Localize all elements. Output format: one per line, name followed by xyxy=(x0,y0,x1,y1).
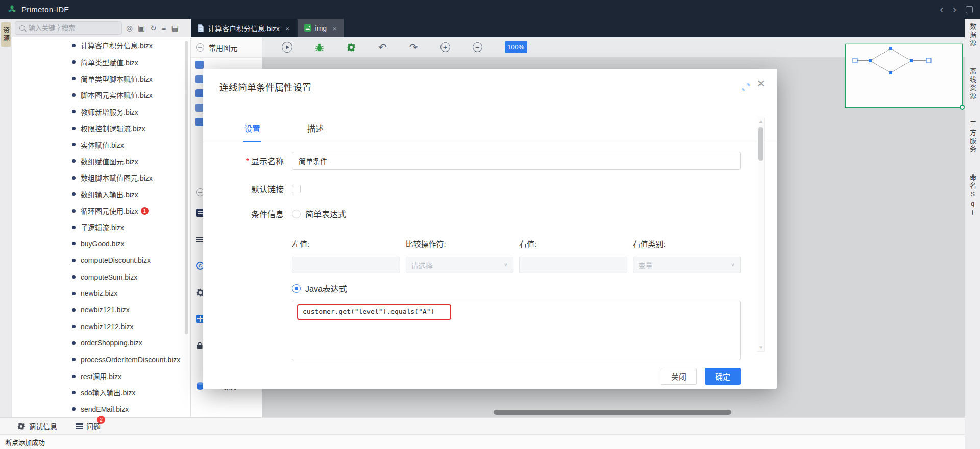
minimap-resize-handle[interactable] xyxy=(960,105,965,110)
tree-item[interactable]: 数组脚本赋值图元.bizx xyxy=(12,169,190,186)
tree-item[interactable]: sendEMail.bizx xyxy=(12,401,190,417)
file-tree: 计算客户积分信息.bizx 简单类型赋值.bizx 简单类型脚本赋值.bizx … xyxy=(12,37,191,417)
tree-item[interactable]: 教师新增服务.bizx xyxy=(12,104,190,120)
file-bullet-icon xyxy=(72,341,76,345)
tree-item-label: 实体赋值.bizx xyxy=(81,140,124,150)
editor-tab-img[interactable]: img × xyxy=(298,19,344,37)
tree-item[interactable]: computeDiscount.bizx xyxy=(12,252,190,268)
tree-item[interactable]: 脚本图元实体赋值.bizx xyxy=(12,87,190,103)
tree-item[interactable]: newbiz1212.bizx xyxy=(12,318,190,335)
tree-item[interactable]: 数组赋值图元.bizx xyxy=(12,153,190,169)
tab-problems[interactable]: 问题 2 xyxy=(76,421,101,431)
operator-select[interactable]: 请选择 ∨ xyxy=(406,257,514,273)
file-bullet-icon xyxy=(72,192,76,196)
java-expression-textarea[interactable]: customer.get("level").equals("A") xyxy=(292,301,741,360)
file-bullet-icon xyxy=(72,159,76,163)
file-bullet-icon xyxy=(72,308,76,312)
radio-icon[interactable] xyxy=(292,210,301,218)
duplicate-icon[interactable]: ▤ xyxy=(172,24,179,32)
maximize-icon[interactable] xyxy=(742,83,750,91)
tree-item[interactable]: 权限控制逻辑流.bizx xyxy=(12,120,190,136)
dialog-connection-condition: 连线简单条件属性设置 × 设置 描述 *显示名称 默认链接 条件信息 xyxy=(203,69,777,389)
right-type-select[interactable]: 变量 ∨ xyxy=(633,257,741,273)
tree-item[interactable]: processOrderItemDiscount.bizx xyxy=(12,351,190,367)
layout-toggle-icon[interactable] xyxy=(966,6,973,13)
right-value-input[interactable] xyxy=(519,257,627,273)
file-bullet-icon xyxy=(72,259,76,262)
redo-icon[interactable]: ↷ xyxy=(409,42,418,53)
tree-item[interactable]: 循环图元使用.bizx 1 xyxy=(12,203,190,219)
app-title: Primeton-IDE xyxy=(21,5,69,14)
file-bullet-icon xyxy=(72,226,76,229)
nav-back-icon[interactable]: ‹ xyxy=(940,4,943,15)
tree-item-label: orderShopping.bizx xyxy=(81,339,142,347)
radio-label: 简单表达式 xyxy=(305,208,346,220)
run-icon[interactable] xyxy=(282,42,292,53)
tree-item[interactable]: 简单类型脚本赋值.bizx xyxy=(12,70,190,87)
tab-description[interactable]: 描述 xyxy=(306,122,325,142)
tree-item[interactable]: newbiz.bizx xyxy=(12,285,190,302)
zoom-in-icon[interactable]: + xyxy=(440,42,450,52)
zoom-out-icon[interactable]: − xyxy=(473,42,482,52)
tree-item-label: 教师新增服务.bizx xyxy=(81,107,138,117)
file-bullet-icon xyxy=(72,275,76,279)
debug-settings-icon[interactable] xyxy=(347,43,356,52)
horizontal-scrollbar[interactable] xyxy=(494,410,731,415)
tree-item-label: 简单类型赋值.bizx xyxy=(81,57,138,67)
tree-scrollbar[interactable] xyxy=(185,41,188,334)
scrollbar-thumb[interactable] xyxy=(758,127,763,161)
java-expression-radio[interactable]: Java表达式 xyxy=(292,282,741,294)
tree-item[interactable]: 计算客户积分信息.bizx xyxy=(12,37,190,54)
editor-tab-bizx[interactable]: 计算客户积分信息.bizx × xyxy=(191,19,297,37)
rail-tab[interactable]: 数据源 xyxy=(969,23,976,47)
scroll-up-icon[interactable]: ▲ xyxy=(759,118,763,125)
radio-checked-icon[interactable] xyxy=(292,284,301,293)
nav-forward-icon[interactable]: › xyxy=(953,4,957,15)
tab-close-icon[interactable]: × xyxy=(332,24,337,33)
select-placeholder: 请选择 xyxy=(411,260,433,270)
rail-tab[interactable]: 三方服务 xyxy=(969,121,976,154)
minimap xyxy=(845,44,963,108)
palette-icon xyxy=(195,104,204,112)
tree-item[interactable]: newbiz121.bizx xyxy=(12,302,190,318)
bottom-panel-bar: 调试信息 问题 2 xyxy=(0,417,965,434)
tab-debug-info[interactable]: 调试信息 xyxy=(17,421,57,431)
package-icon[interactable]: ▣ xyxy=(138,24,145,32)
display-name-input[interactable] xyxy=(292,152,741,170)
select-value: 变量 xyxy=(639,260,653,270)
left-value-input[interactable] xyxy=(292,257,400,273)
tree-item[interactable]: computeSum.bizx xyxy=(12,268,190,285)
sort-icon[interactable]: ≡ xyxy=(162,24,166,32)
dialog-scrollbar[interactable]: ▲ ▼ xyxy=(757,118,765,352)
tree-item[interactable]: buyGood.bizx xyxy=(12,236,190,252)
search-box[interactable] xyxy=(15,21,122,35)
locate-icon[interactable]: ◎ xyxy=(126,24,133,32)
zoom-level[interactable]: 100% xyxy=(505,41,527,53)
confirm-button[interactable]: 确定 xyxy=(705,368,741,385)
rail-tab[interactable]: 命名Sql xyxy=(969,174,976,218)
tree-item-label: buyGood.bizx xyxy=(81,240,125,248)
tree-item[interactable]: orderShopping.bizx xyxy=(12,335,190,351)
tree-item[interactable]: 简单类型赋值.bizx xyxy=(12,54,190,70)
tree-item[interactable]: rest调用.bizx xyxy=(12,368,190,384)
tree-item[interactable]: sdo输入输出.bizx xyxy=(12,384,190,401)
file-bullet-icon xyxy=(72,407,76,411)
rail-tab[interactable]: 离线资源 xyxy=(969,68,976,101)
tree-item[interactable]: 子逻辑流.bizx xyxy=(12,219,190,235)
default-link-checkbox[interactable] xyxy=(292,185,301,193)
tab-settings[interactable]: 设置 xyxy=(243,122,261,142)
tree-item[interactable]: 数组输入输出.bizx xyxy=(12,186,190,203)
debug-bug-icon[interactable] xyxy=(315,43,324,52)
simple-expression-radio[interactable]: 简单表达式 xyxy=(292,208,346,220)
scroll-down-icon[interactable]: ▼ xyxy=(759,344,763,351)
problems-icon xyxy=(76,423,83,429)
close-button[interactable]: 关闭 xyxy=(661,368,697,385)
collapse-group-icon[interactable] xyxy=(196,43,204,52)
tab-close-icon[interactable]: × xyxy=(285,24,290,33)
undo-icon[interactable]: ↶ xyxy=(378,42,387,53)
rail-tab-resource[interactable]: 资源 xyxy=(1,22,11,47)
refresh-icon[interactable]: ↻ xyxy=(150,24,157,32)
tree-item[interactable]: 实体赋值.bizx xyxy=(12,136,190,153)
close-icon[interactable]: × xyxy=(757,77,765,90)
search-input[interactable] xyxy=(29,24,105,32)
